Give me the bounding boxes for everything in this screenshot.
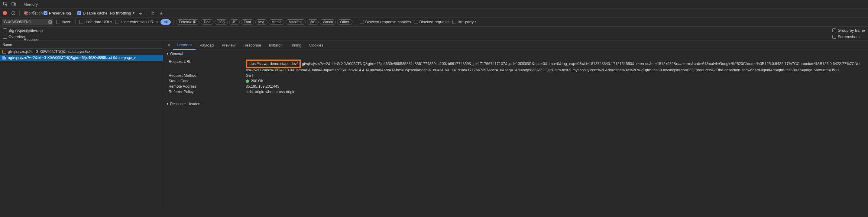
throttling-select[interactable]: No throttling ▼ xyxy=(110,11,135,16)
screenshots-checkbox[interactable]: Screenshots xyxy=(832,34,860,39)
divider xyxy=(19,10,20,16)
divider xyxy=(75,19,75,25)
svg-point-7 xyxy=(140,14,141,14)
hide-data-urls-label: Hide data URLs xyxy=(85,20,113,24)
clear-filter-icon[interactable]: ✕ xyxy=(48,20,52,24)
disable-cache-label: Disable cache xyxy=(83,11,107,16)
group-frame-checkbox[interactable]: Group by frame xyxy=(832,28,865,33)
clear-button[interactable] xyxy=(10,10,16,16)
detail-tab-cookies[interactable]: Cookies xyxy=(305,41,327,50)
referrer-policy-label: Referrer Policy: xyxy=(168,90,246,94)
status-code-label: Status Code: xyxy=(168,79,246,83)
overview-label: Overview xyxy=(8,34,25,39)
triangle-down-icon: ▼ xyxy=(166,102,169,105)
referrer-policy-value: strict-origin-when-cross-origin xyxy=(246,90,865,94)
type-filter-all[interactable]: All xyxy=(160,19,170,25)
type-filter-css[interactable]: CSS xyxy=(215,19,228,25)
request-list: Name gtvqhajvzs.js?id=G-X0W095JTNQ&l=dat… xyxy=(0,41,163,214)
detail-tab-preview[interactable]: Preview xyxy=(218,41,239,50)
request-row[interactable]: ngtvqhajvzs?v=2&tid=G-X0W095JTNQ&gtm=45j… xyxy=(0,55,163,61)
network-toolbar: Preserve log Disable cache No throttling… xyxy=(0,9,868,18)
big-rows-label: Big request rows xyxy=(8,28,38,33)
record-button[interactable] xyxy=(2,10,8,16)
big-rows-checkbox[interactable]: Big request rows xyxy=(3,28,38,33)
divider xyxy=(147,10,147,16)
status-dot-icon xyxy=(246,80,249,83)
tab-memory[interactable]: Memory xyxy=(20,0,62,9)
status-code-value: 200 OK xyxy=(246,79,865,83)
hide-ext-urls-checkbox[interactable]: Hide extension URLs xyxy=(115,20,157,24)
detail-tab-timing[interactable]: Timing xyxy=(286,41,306,50)
svg-line-6 xyxy=(35,13,36,15)
chevron-down-icon: ▼ xyxy=(132,11,135,14)
blocked-requests-checkbox[interactable]: Blocked requests xyxy=(414,20,450,24)
remote-address-label: Remote Address: xyxy=(168,84,246,89)
general-section-label: General xyxy=(170,52,183,56)
network-conditions-icon[interactable] xyxy=(137,10,144,16)
detail-tab-payload[interactable]: Payload xyxy=(195,41,218,50)
detail-tab-initiator[interactable]: Initiator xyxy=(265,41,286,50)
detail-tab-headers[interactable]: Headers xyxy=(173,41,195,50)
blocked-cookies-checkbox[interactable]: Blocked response cookies xyxy=(360,20,411,24)
invert-checkbox[interactable]: Invert xyxy=(56,20,72,24)
detail-tabs: ✕ HeadersPayloadPreviewResponseInitiator… xyxy=(163,41,868,50)
filter-toggle-icon[interactable] xyxy=(23,10,29,16)
type-filter-manifest[interactable]: Manifest xyxy=(286,19,305,25)
type-filter-media[interactable]: Media xyxy=(269,19,285,25)
overview-checkbox[interactable]: Overview xyxy=(3,34,25,39)
blocked-cookies-label: Blocked response cookies xyxy=(365,20,411,24)
preserve-log-checkbox[interactable]: Preserve log xyxy=(43,11,71,16)
request-name: gtvqhajvzs.js?id=G-X0W095JTNQ&l=dataLaye… xyxy=(8,50,94,54)
request-row[interactable]: gtvqhajvzs.js?id=G-X0W095JTNQ&l=dataLaye… xyxy=(0,49,163,55)
request-method-label: Request Method: xyxy=(168,73,246,78)
hide-ext-urls-label: Hide extension URLs xyxy=(121,20,157,24)
divider xyxy=(74,10,74,16)
divider xyxy=(173,19,174,25)
request-url-value: https://ss.wp-demo.stape.dev/gtvqhajvzs?… xyxy=(246,60,865,72)
main-area: Name gtvqhajvzs.js?id=G-X0W095JTNQ&l=dat… xyxy=(0,41,868,214)
type-filter-font[interactable]: Font xyxy=(241,19,254,25)
divider xyxy=(19,1,19,7)
divider xyxy=(40,10,40,16)
import-har-icon[interactable] xyxy=(150,10,156,16)
type-filter-fetch-xhr[interactable]: Fetch/XHR xyxy=(176,19,200,25)
request-method-value: GET xyxy=(246,73,865,78)
type-filter-ws[interactable]: WS xyxy=(307,19,318,25)
document-icon xyxy=(2,56,6,60)
screenshots-label: Screenshots xyxy=(838,34,860,39)
export-har-icon[interactable] xyxy=(158,10,164,16)
svg-point-5 xyxy=(32,11,35,13)
filter-bar: ✕ Invert Hide data URLs Hide extension U… xyxy=(0,18,868,27)
filter-input-wrap: ✕ xyxy=(2,19,53,25)
request-url-highlight: https://ss.wp-demo.stape.dev/ xyxy=(246,60,301,68)
type-filter-js[interactable]: JS xyxy=(229,19,239,25)
general-section-body: Request URL: https://ss.wp-demo.stape.de… xyxy=(163,58,868,96)
general-section-header[interactable]: ▼ General xyxy=(163,50,868,58)
detail-tab-response[interactable]: Response xyxy=(239,41,265,50)
triangle-down-icon: ▼ xyxy=(166,52,169,55)
script-icon xyxy=(2,50,6,54)
type-filter-doc[interactable]: Doc xyxy=(201,19,213,25)
request-url-rest: gtvqhajvzs?v=2&tid=G-X0W095JTNQ&gtm=45je… xyxy=(246,62,861,72)
devtools-tab-bar: ElementsConsoleSourcesNetworkPerformance… xyxy=(0,0,868,9)
disable-cache-checkbox[interactable]: Disable cache xyxy=(78,11,107,16)
list-header-name[interactable]: Name xyxy=(0,41,163,49)
blocked-requests-label: Blocked requests xyxy=(420,20,450,24)
invert-label: Invert xyxy=(62,20,72,24)
throttling-label: No throttling xyxy=(110,11,131,16)
search-icon[interactable] xyxy=(31,10,37,16)
request-name: ngtvqhajvzs?v=2&tid=G-X0W095JTNQ&gtm=45j… xyxy=(8,56,140,60)
inspect-icon[interactable] xyxy=(1,0,10,8)
device-toggle-icon[interactable] xyxy=(10,0,18,8)
options-bar: Big request rows Overview Group by frame… xyxy=(0,27,868,41)
type-filter-wasm[interactable]: Wasm xyxy=(320,19,336,25)
third-party-checkbox[interactable]: 3rd-party r xyxy=(453,20,476,24)
type-filter-img[interactable]: Img xyxy=(255,19,268,25)
hide-data-urls-checkbox[interactable]: Hide data URLs xyxy=(79,20,113,24)
filter-input[interactable] xyxy=(2,19,53,25)
response-headers-section-header[interactable]: ▼ Response Headers xyxy=(163,100,868,108)
close-detail-button[interactable]: ✕ xyxy=(165,41,173,49)
third-party-label: 3rd-party r xyxy=(458,20,476,24)
resource-type-filter: AllFetch/XHRDocCSSJSFontImgMediaManifest… xyxy=(160,19,352,25)
type-filter-other[interactable]: Other xyxy=(337,19,352,25)
